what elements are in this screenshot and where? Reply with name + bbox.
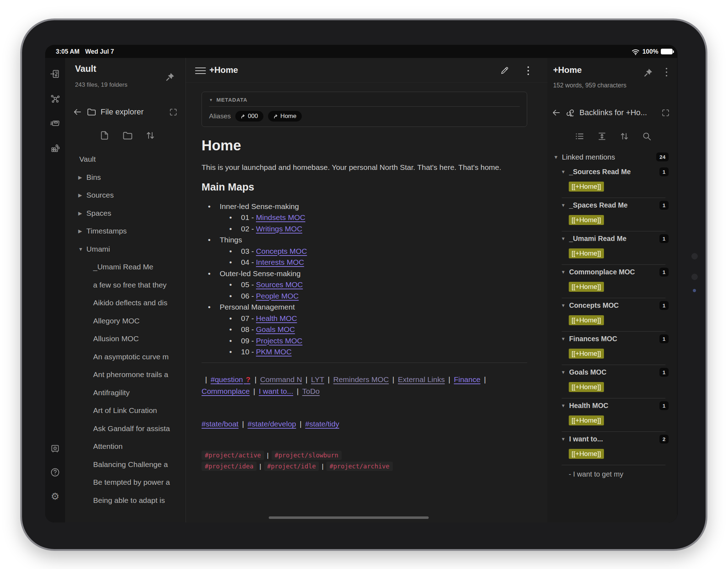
- tree-file[interactable]: Antifragility: [65, 384, 186, 402]
- tree-file[interactable]: An asymptotic curve m: [65, 348, 186, 366]
- unfold-vertical-icon[interactable]: [597, 131, 607, 141]
- backlink-match-highlight[interactable]: [[+Home]]: [569, 282, 604, 292]
- tree-file[interactable]: Being able to adapt is: [65, 492, 186, 510]
- internal-link[interactable]: PKM MOC: [256, 348, 291, 356]
- tree-folder[interactable]: ▶Bins: [65, 168, 186, 187]
- tag-link[interactable]: #question ?: [210, 375, 251, 383]
- internal-link[interactable]: People MOC: [256, 292, 299, 300]
- back-arrow-icon[interactable]: [73, 107, 82, 117]
- backlink-item-header[interactable]: ▼I want to...2: [561, 435, 669, 444]
- backlink-item-header[interactable]: ▼_Sources Read Me1: [561, 167, 669, 176]
- backlink-item[interactable]: ▼Goals MOC1[[+Home]]: [547, 365, 677, 398]
- tree-file[interactable]: a few so free that they: [65, 276, 186, 294]
- tree-folder[interactable]: ▶Spaces: [65, 204, 186, 222]
- more-options-icon[interactable]: [527, 66, 530, 77]
- expand-icon[interactable]: [169, 108, 178, 117]
- menu-icon[interactable]: [195, 66, 206, 76]
- graph-icon[interactable]: [50, 93, 60, 103]
- backlink-item[interactable]: ▼Health MOC1[[+Home]]: [547, 398, 677, 432]
- backlink-match-highlight[interactable]: [[+Home]]: [569, 315, 604, 325]
- sort-icon[interactable]: [619, 131, 630, 141]
- project-tag[interactable]: #project/slowburn: [272, 451, 342, 460]
- project-tag[interactable]: #project/archive: [326, 462, 393, 471]
- blocks-icon[interactable]: [50, 143, 60, 153]
- internal-link[interactable]: Concepts MOC: [256, 247, 307, 255]
- backlink-item[interactable]: ▼Finances MOC1[[+Home]]: [547, 332, 677, 365]
- tree-file[interactable]: Art of Link Curation: [65, 402, 186, 420]
- internal-link[interactable]: Finance: [454, 375, 481, 383]
- settings-icon[interactable]: ⚙: [51, 491, 59, 502]
- backlink-item-header[interactable]: ▼Health MOC1: [561, 401, 669, 410]
- internal-link[interactable]: Writings MOC: [256, 225, 302, 233]
- backlink-item-header[interactable]: ▼Finances MOC1: [561, 334, 669, 343]
- backlink-item[interactable]: ▼_Sources Read Me1[[+Home]]: [547, 165, 677, 198]
- tree-file[interactable]: Attention: [65, 438, 186, 456]
- internal-link[interactable]: I want to...: [259, 387, 293, 395]
- tag-link[interactable]: #state/boat: [202, 420, 239, 428]
- pin-icon[interactable]: [643, 67, 654, 78]
- edit-pencil-icon[interactable]: [500, 66, 509, 75]
- help-icon[interactable]: [50, 467, 60, 477]
- backlink-item[interactable]: ▼I want to...2[[+Home]]: [547, 432, 677, 465]
- list-view-icon[interactable]: [574, 131, 585, 141]
- internal-link[interactable]: LYT: [311, 375, 324, 383]
- tag-link[interactable]: #state/tidy: [305, 420, 339, 428]
- backlink-item-header[interactable]: ▼Commonplace MOC1: [561, 268, 669, 277]
- internal-link[interactable]: Reminders MOC: [333, 375, 389, 383]
- tree-folder[interactable]: ▶Sources: [65, 186, 186, 204]
- tree-file[interactable]: Allusion MOC: [65, 330, 186, 348]
- alias-pill[interactable]: Home: [268, 111, 302, 122]
- backlink-item-header[interactable]: ▼_Umami Read Me1: [561, 234, 669, 243]
- backlink-item-header[interactable]: ▼_Spaces Read Me1: [561, 201, 669, 210]
- vault-icon[interactable]: [50, 444, 60, 453]
- alias-pill[interactable]: 000: [235, 111, 263, 122]
- internal-link[interactable]: Health MOC: [256, 314, 297, 322]
- project-tag[interactable]: #project/idle: [264, 462, 319, 471]
- internal-link[interactable]: Command N: [260, 375, 302, 383]
- tree-folder-expanded[interactable]: ▼Umami: [65, 240, 186, 258]
- backlink-match-highlight[interactable]: [[+Home]]: [569, 215, 604, 225]
- internal-link[interactable]: Mindsets MOC: [256, 213, 305, 221]
- sort-icon[interactable]: [145, 130, 156, 141]
- horizontal-scrollbar[interactable]: [269, 516, 429, 519]
- project-tag[interactable]: #project/active: [202, 451, 264, 460]
- file-input-icon[interactable]: [50, 69, 60, 79]
- internal-link[interactable]: Goals MOC: [256, 325, 295, 333]
- backlink-item[interactable]: ▼_Spaces Read Me1[[+Home]]: [547, 198, 677, 231]
- internal-link[interactable]: ToDo: [302, 387, 320, 395]
- tree-file[interactable]: Balancing Challenge a: [65, 456, 186, 474]
- pin-icon[interactable]: [165, 71, 176, 82]
- backlink-match-highlight[interactable]: [[+Home]]: [569, 415, 604, 425]
- new-folder-icon[interactable]: [122, 130, 133, 141]
- search-icon[interactable]: [642, 131, 652, 141]
- internal-link[interactable]: Interests MOC: [256, 258, 304, 266]
- tree-file[interactable]: Allegory MOC: [65, 312, 186, 330]
- back-arrow-icon[interactable]: [552, 108, 561, 117]
- tree-file[interactable]: Ask Gandalf for assista: [65, 420, 186, 438]
- internal-link[interactable]: External Links: [398, 375, 445, 383]
- backlink-item[interactable]: ▼Concepts MOC1[[+Home]]: [547, 298, 677, 332]
- more-options-icon[interactable]: [665, 67, 668, 79]
- backlink-item[interactable]: ▼Commonplace MOC1[[+Home]]: [547, 265, 677, 298]
- backlink-match-highlight[interactable]: [[+Home]]: [569, 349, 604, 359]
- tree-folder[interactable]: ▶Timestamps: [65, 222, 186, 240]
- backlink-item[interactable]: ▼_Umami Read Me1[[+Home]]: [547, 231, 677, 265]
- backlink-item-header[interactable]: ▼Goals MOC1: [561, 368, 669, 377]
- backlink-match-highlight[interactable]: [[+Home]]: [569, 449, 604, 459]
- flashcards-icon[interactable]: [50, 118, 60, 128]
- expand-icon[interactable]: [661, 108, 670, 117]
- tree-file[interactable]: Be tempted by power a: [65, 473, 186, 492]
- tree-file[interactable]: Aikido deflects and dis: [65, 294, 186, 312]
- tree-file[interactable]: _Umami Read Me: [65, 258, 186, 276]
- tree-root[interactable]: Vault: [65, 150, 186, 168]
- tag-link[interactable]: #state/develop: [247, 420, 296, 428]
- backlink-item-header[interactable]: ▼Concepts MOC1: [561, 301, 669, 310]
- new-note-icon[interactable]: [99, 130, 110, 141]
- backlink-match-highlight[interactable]: [[+Home]]: [569, 382, 604, 392]
- linked-mentions-header[interactable]: ▼ Linked mentions 24: [553, 152, 669, 161]
- backlink-match-highlight[interactable]: [[+Home]]: [569, 182, 604, 192]
- internal-link[interactable]: Commonplace: [202, 387, 250, 395]
- internal-link[interactable]: Sources MOC: [256, 280, 303, 289]
- metadata-header[interactable]: ▼ METADATA: [209, 97, 520, 103]
- backlink-match-highlight[interactable]: [[+Home]]: [569, 248, 604, 258]
